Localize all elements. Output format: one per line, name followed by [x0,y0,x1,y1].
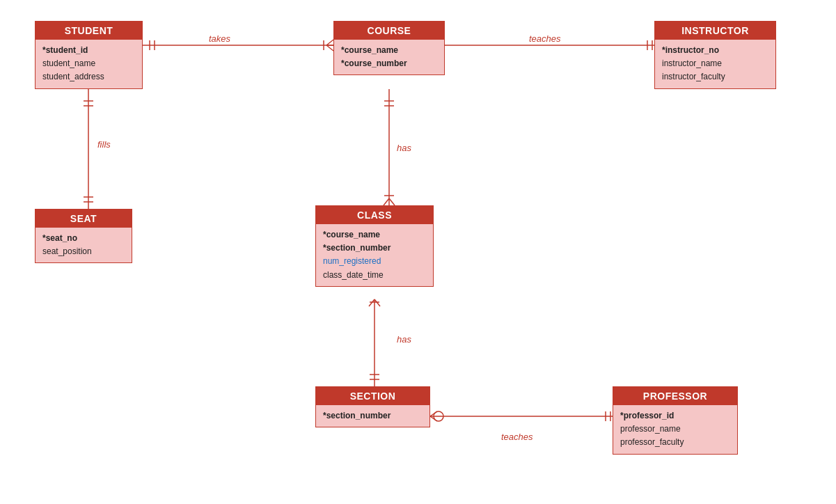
field-instructor-no: *instructor_no [662,44,768,57]
label-has-class-section: has [397,334,411,345]
entity-class: CLASS *course_name *section_number num_r… [315,205,434,287]
svg-point-31 [434,411,443,421]
field-class-num-registered: num_registered [323,255,426,268]
svg-line-4 [326,45,333,51]
entity-student-header: STUDENT [36,22,142,40]
field-professor-id: *professor_id [620,409,730,423]
field-seat-position: seat_position [42,245,125,258]
entity-instructor-header: INSTRUCTOR [655,22,775,40]
field-section-number: *section_number [323,409,423,423]
svg-line-35 [430,416,437,421]
label-teaches-instructor: teaches [529,33,561,44]
label-fills: fills [97,139,111,150]
svg-line-25 [369,299,374,306]
entity-professor-header: PROFESSOR [613,387,737,405]
svg-line-22 [389,198,395,205]
svg-line-21 [384,198,389,205]
field-seat-no: *seat_no [42,232,125,245]
field-course-name: *course_name [341,44,437,57]
entity-section-body: *section_number [316,405,429,427]
entity-seat: SEAT *seat_no seat_position [35,209,132,263]
field-class-section-number: *section_number [323,242,426,255]
field-class-date-time: class_date_time [323,269,426,282]
entity-course: COURSE *course_name *course_number [333,21,445,75]
entity-section-header: SECTION [316,387,429,405]
entity-course-header: COURSE [334,22,444,40]
entity-section: SECTION *section_number [315,386,430,427]
label-teaches-professor: teaches [501,432,533,442]
entity-course-body: *course_name *course_number [334,40,444,74]
entity-class-header: CLASS [316,206,433,224]
entity-student-body: *student_id student_name student_address [36,40,142,88]
svg-line-26 [374,299,380,306]
field-student-address: student_address [42,70,135,84]
field-class-course-name: *course_name [323,228,426,242]
diagram: takes teaches fills has has teaches STUD… [0,0,836,504]
svg-line-34 [430,411,437,416]
field-student-name: student_name [42,57,135,70]
field-instructor-faculty: instructor_faculty [662,70,768,84]
entity-class-body: *course_name *section_number num_registe… [316,224,433,286]
entity-instructor-body: *instructor_no instructor_name instructo… [655,40,775,88]
field-course-number: *course_number [341,57,437,70]
field-professor-name: professor_name [620,423,730,436]
label-has-course-class: has [397,143,411,153]
entity-professor-body: *professor_id professor_name professor_f… [613,405,737,454]
field-instructor-name: instructor_name [662,57,768,70]
field-student-id: *student_id [42,44,135,57]
entity-seat-body: *seat_no seat_position [36,228,132,262]
svg-line-3 [326,40,333,45]
entity-student: STUDENT *student_id student_name student… [35,21,143,89]
entity-seat-header: SEAT [36,210,132,228]
entity-instructor: INSTRUCTOR *instructor_no instructor_nam… [654,21,776,89]
entity-professor: PROFESSOR *professor_id professor_name p… [613,386,738,455]
field-professor-faculty: professor_faculty [620,436,730,449]
label-takes: takes [209,33,230,44]
